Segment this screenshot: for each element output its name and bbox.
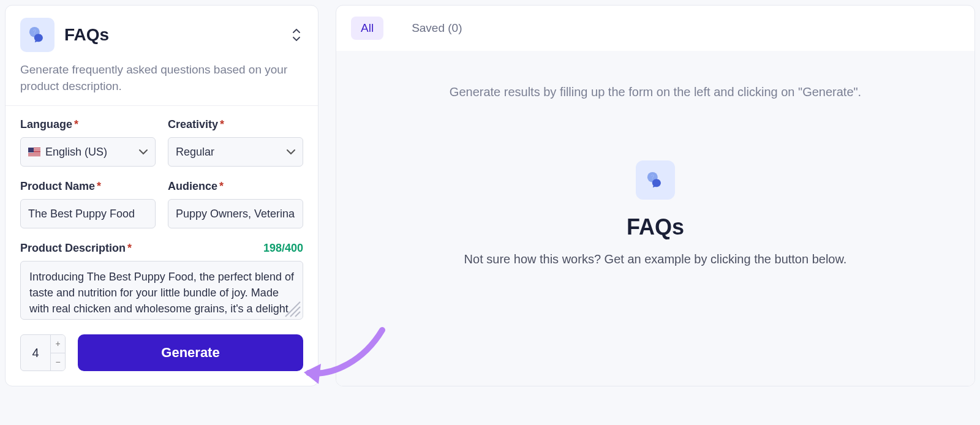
audience-label: Audience*: [168, 180, 303, 193]
creativity-value: Regular: [176, 146, 214, 159]
language-label: Language*: [20, 118, 156, 131]
faq-icon: ?: [636, 160, 675, 200]
panel-header: ? FAQs Generate frequently asked questio…: [6, 6, 318, 106]
quantity-increase-button[interactable]: +: [51, 335, 65, 353]
generate-button[interactable]: Generate: [78, 334, 303, 371]
svg-line-4: [295, 312, 300, 317]
chevron-down-icon: [139, 149, 148, 155]
product-name-input[interactable]: [28, 208, 148, 220]
empty-state: ? FAQs Not sure how this works? Get an e…: [361, 160, 950, 266]
creativity-select[interactable]: Regular: [168, 137, 303, 167]
form-body: Language* English (US) Creativity* Regul…: [6, 106, 318, 320]
chevron-down-icon: [287, 149, 295, 155]
quantity-decrease-button[interactable]: −: [51, 353, 65, 371]
svg-text:?: ?: [32, 29, 36, 36]
char-counter: 198/400: [263, 242, 303, 255]
empty-subtitle: Not sure how this works? Get an example …: [464, 252, 847, 266]
quantity-value: 4: [21, 335, 50, 370]
empty-title: FAQs: [627, 214, 684, 240]
svg-text:?: ?: [650, 174, 654, 181]
results-panel: All Saved (0) Generate results by fillin…: [336, 5, 975, 386]
language-value: English (US): [45, 146, 107, 159]
page-subtitle: Generate frequently asked questions base…: [20, 62, 303, 94]
tab-all[interactable]: All: [351, 17, 383, 40]
creativity-label: Creativity*: [168, 118, 303, 131]
faq-icon: ?: [20, 18, 55, 52]
results-hint: Generate results by filling up the form …: [361, 85, 950, 99]
tab-saved[interactable]: Saved (0): [402, 17, 472, 40]
product-name-label: Product Name*: [20, 180, 156, 193]
description-textarea[interactable]: [29, 269, 294, 318]
page-title: FAQs: [64, 25, 109, 45]
expand-collapse-button[interactable]: [290, 26, 303, 43]
form-panel: ? FAQs Generate frequently asked questio…: [5, 5, 318, 386]
tabs: All Saved (0): [336, 6, 974, 51]
language-select[interactable]: English (US): [20, 137, 156, 167]
audience-input[interactable]: [176, 208, 295, 220]
quantity-stepper: 4 + −: [20, 334, 66, 371]
flag-us-icon: [28, 148, 40, 156]
description-label: Product Description*: [20, 242, 132, 255]
panel-footer: 4 + − Generate: [6, 320, 318, 386]
